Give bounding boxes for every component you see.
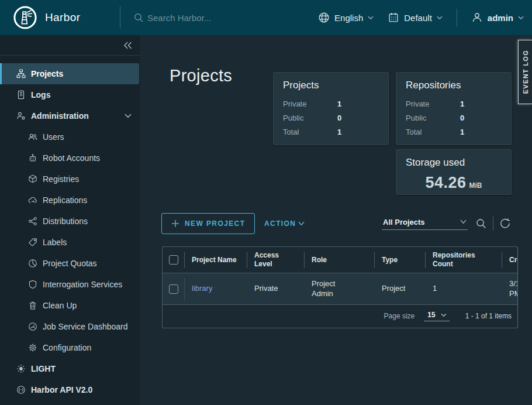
project-filter-select[interactable]: All Projects: [382, 218, 468, 230]
chevron-down-icon: [460, 219, 467, 224]
language-label: English: [334, 13, 363, 23]
search-input[interactable]: [147, 13, 293, 23]
sidebar-item-labels[interactable]: Labels: [0, 232, 140, 253]
header-divider: [457, 9, 457, 26]
table-header-checkbox-cell: [163, 247, 185, 273]
username-label: admin: [488, 13, 513, 23]
gear-icon: [28, 343, 37, 352]
items-range-label: 1 - 1 of 1 items: [465, 312, 512, 320]
brand[interactable]: Harbor: [13, 5, 80, 30]
event-log-label: EVENT LOG: [522, 50, 529, 94]
column-header-access-level[interactable]: Access Level: [247, 247, 305, 273]
creation-time-cell: 3/1 PM: [502, 273, 518, 304]
user-menu[interactable]: admin: [471, 12, 524, 23]
sidebar-item-administration[interactable]: Administration: [0, 105, 140, 126]
storage-used-card: Storage used 54.26 MiB: [396, 149, 512, 195]
dashboard-icon: [28, 322, 37, 331]
sidebar-collapse-row: [0, 35, 140, 56]
user-icon: [471, 12, 483, 23]
refresh-icon[interactable]: [499, 218, 511, 229]
header-actions: English Default admin: [318, 0, 524, 35]
table-row: library Private Project Admin Project 1 …: [163, 273, 518, 305]
search-icon: [133, 12, 144, 23]
sidebar-item-users[interactable]: Users: [0, 126, 140, 147]
sidebar-item-projects[interactable]: Projects: [0, 63, 139, 84]
column-header-repositories-count[interactable]: Repositories Count: [426, 247, 502, 273]
sidebar-item-project-quotas[interactable]: Project Quotas: [0, 253, 140, 274]
robot-icon: [28, 153, 37, 163]
stat-label: Private: [283, 99, 337, 108]
stat-value: 1: [460, 128, 464, 136]
sidebar-item-label: Projects: [31, 69, 63, 78]
creation-time-value: 3/1 PM: [509, 279, 518, 299]
main-content: Projects Projects Private 1 Public 0 Tot…: [140, 35, 532, 405]
organization-icon: [16, 69, 26, 78]
stat-row: Private 1: [283, 97, 379, 111]
harbor-app: Harbor English Default admin: [0, 0, 532, 405]
sidebar-item-registries[interactable]: Registries: [0, 169, 140, 190]
card-title: Projects: [283, 80, 379, 91]
shield-icon: [28, 280, 37, 289]
sidebar-item-label: Users: [43, 132, 64, 142]
global-search: [133, 0, 293, 35]
chevron-down-icon: [298, 221, 305, 226]
chevron-down-icon: [518, 16, 524, 20]
chevron-down-icon: [441, 313, 447, 317]
filter-selected-value: All Projects: [383, 218, 425, 226]
plus-icon: [171, 219, 179, 228]
project-link[interactable]: library: [192, 284, 212, 294]
chevron-down-icon: [437, 16, 443, 20]
sidebar-item-robot-accounts[interactable]: Robot Accounts: [0, 147, 140, 169]
theme-menu[interactable]: Default: [388, 12, 443, 23]
storage-amount: 54.26: [425, 174, 466, 192]
sidebar-item-label: Replications: [43, 195, 87, 205]
card-title: Repositories: [406, 80, 502, 91]
access-level-cell: Private: [247, 273, 305, 304]
sidebar-item-label: Registries: [43, 174, 79, 184]
table-footer: Page size 15 1 - 1 of 1 items: [163, 305, 517, 327]
sidebar-item-label: LIGHT: [31, 364, 56, 373]
sidebar-item-logs[interactable]: Logs: [0, 84, 140, 105]
sidebar-item-light-theme-toggle[interactable]: LIGHT: [0, 358, 140, 379]
repositories-stats-card: Repositories Private 1 Public 0 Total 1: [396, 72, 512, 145]
sidebar-item-clean-up[interactable]: Clean Up: [0, 295, 140, 316]
sidebar-item-label: Harbor API V2.0: [31, 385, 92, 394]
column-header-role[interactable]: Role: [305, 247, 375, 273]
stat-row: Total 1: [283, 125, 379, 139]
select-all-checkbox[interactable]: [169, 255, 178, 265]
role-value: Project Admin: [312, 279, 348, 299]
column-header-type[interactable]: Type: [375, 247, 426, 273]
new-project-label: NEW PROJECT: [185, 219, 245, 228]
stat-row: Public 0: [406, 111, 502, 125]
users-icon: [28, 132, 37, 142]
stat-value: 1: [337, 128, 341, 136]
storage-unit: MiB: [469, 181, 482, 190]
api-icon: [16, 385, 26, 394]
sidebar-item-configuration[interactable]: Configuration: [0, 337, 140, 358]
tag-icon: [28, 238, 37, 247]
sidebar-item-distributions[interactable]: Distributions: [0, 211, 140, 232]
new-project-button[interactable]: NEW PROJECT: [161, 213, 255, 234]
sidebar-item-harbor-api[interactable]: Harbor API V2.0: [0, 379, 140, 400]
row-checkbox[interactable]: [169, 284, 178, 294]
column-header-creation-time[interactable]: Cre: [502, 247, 518, 273]
page-size-select[interactable]: 15: [424, 311, 449, 321]
language-menu[interactable]: English: [318, 12, 374, 23]
page-title: Projects: [170, 66, 232, 85]
event-log-tab[interactable]: EVENT LOG: [518, 40, 532, 104]
sidebar-item-label: Interrogation Services: [43, 280, 122, 289]
column-header-project-name[interactable]: Project Name: [185, 247, 247, 273]
action-menu-button[interactable]: ACTION: [264, 213, 305, 234]
sidebar-item-label: Clean Up: [43, 301, 77, 310]
type-cell: Project: [375, 273, 426, 304]
table-search-icon[interactable]: [475, 218, 487, 229]
sidebar-item-job-service-dashboard[interactable]: Job Service Dashboard: [0, 316, 140, 337]
projects-table: Project Name Access Level Role Type Repo…: [162, 246, 518, 328]
sidebar-item-replications[interactable]: Replications: [0, 190, 140, 211]
sidebar-item-label: Distributions: [43, 217, 88, 226]
sidebar-nav: Projects Logs Administration Users Robot…: [0, 56, 140, 400]
chevron-down-icon: [368, 16, 374, 20]
sidebar-item-interrogation-services[interactable]: Interrogation Services: [0, 274, 140, 295]
stat-label: Public: [283, 114, 337, 122]
collapse-sidebar-icon[interactable]: [123, 42, 132, 49]
